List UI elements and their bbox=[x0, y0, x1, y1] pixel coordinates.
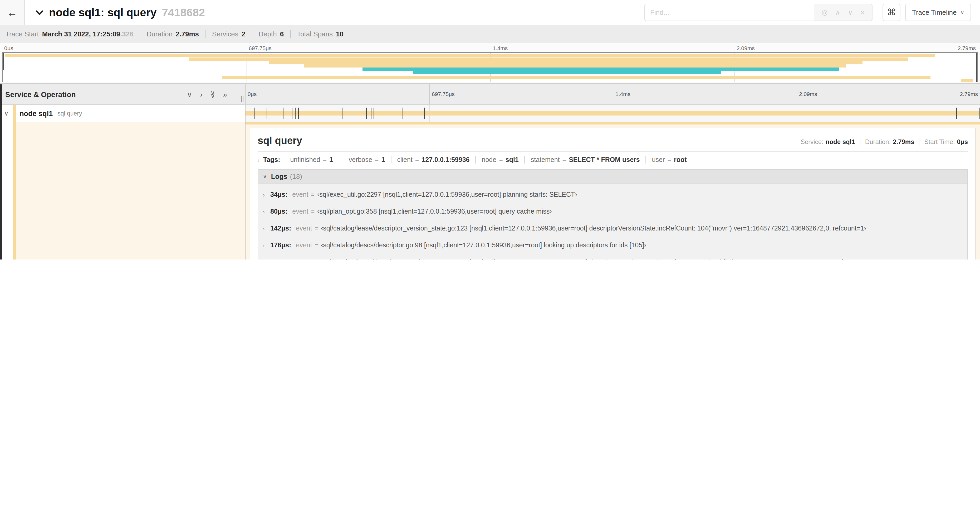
summary-separator bbox=[290, 30, 291, 38]
tag-equals: = bbox=[415, 156, 419, 163]
trace-summary-bar: Trace StartMarch 31 2022, 17:25:09.326Du… bbox=[0, 25, 980, 43]
log-field-key: event bbox=[292, 208, 308, 215]
tag-key: _unfinished bbox=[286, 156, 320, 163]
timeline-minimap: 0μs697.75μs1.4ms2.09ms2.79ms bbox=[0, 43, 980, 84]
trace-collapse-chevron-icon[interactable] bbox=[35, 10, 44, 15]
minimap-span-bar bbox=[189, 57, 908, 61]
expand-all-icon[interactable]: » bbox=[223, 90, 227, 98]
span-operation-name: sql query bbox=[57, 110, 82, 117]
detail-header: sql query Service: node sql1 Duration: 2… bbox=[258, 128, 968, 152]
timeline-ruler: 0μs697.75μs1.4ms2.09ms2.79ms bbox=[245, 84, 980, 104]
log-expand-chevron-icon[interactable]: › bbox=[263, 192, 270, 198]
duration-label: Duration: bbox=[865, 138, 891, 145]
summary-item: Services2 bbox=[212, 30, 245, 38]
next-match-icon[interactable]: ∨ bbox=[848, 8, 853, 16]
minimap-span-bar bbox=[961, 79, 972, 82]
tags-expand-chevron-icon[interactable]: › bbox=[258, 157, 259, 163]
collapse-one-icon[interactable]: ∨ bbox=[187, 90, 192, 98]
log-entry[interactable]: ›80μs:event=‹sql/plan_opt.go:358 [nsql1,… bbox=[258, 203, 967, 220]
log-field-value: ‹sql/catalog/descs/descriptor.go:98 [nsq… bbox=[321, 241, 646, 249]
timeline-header-row: Service & Operation ∨ › ∨∨ » 0μs697.75μs… bbox=[0, 84, 980, 105]
log-field-value: ‹sql/plan_opt.go:358 [nsql1,client=127.0… bbox=[317, 208, 552, 215]
log-entry[interactable]: ›34μs:event=‹sql/exec_util.go:2297 [nsql… bbox=[258, 186, 967, 203]
tick-label: 0μs bbox=[248, 91, 256, 97]
view-selector-button[interactable]: Trace Timeline ∨ bbox=[905, 4, 971, 21]
clear-search-icon[interactable]: × bbox=[861, 8, 864, 16]
tick-label: 2.09ms bbox=[799, 91, 817, 97]
log-expand-chevron-icon[interactable]: › bbox=[263, 225, 270, 231]
ruler-gridline bbox=[796, 84, 797, 104]
span-row[interactable]: ∨ node sql1 sql query bbox=[0, 105, 980, 122]
span-collapse-chevron-icon[interactable]: ∨ bbox=[4, 110, 8, 117]
summary-label: Trace Start bbox=[5, 30, 39, 38]
tick-label: 1.4ms bbox=[616, 91, 630, 97]
log-marker bbox=[267, 108, 267, 119]
find-input[interactable] bbox=[645, 4, 814, 21]
back-arrow-icon: ← bbox=[7, 6, 18, 19]
start-time-value: 0μs bbox=[957, 138, 968, 145]
log-entry[interactable]: ›142μs:event=‹sql/catalog/lease/descript… bbox=[258, 220, 967, 237]
duration-value: 2.79ms bbox=[893, 138, 914, 145]
summary-item: Trace StartMarch 31 2022, 17:25:09.326 bbox=[5, 30, 134, 38]
left-scrollbar[interactable] bbox=[0, 85, 2, 260]
column-resize-handle[interactable] bbox=[241, 96, 243, 102]
tick-label: 2.09ms bbox=[737, 45, 755, 51]
start-time-label: Start Time: bbox=[924, 138, 955, 145]
summary-items: Trace StartMarch 31 2022, 17:25:09.326Du… bbox=[5, 30, 344, 38]
span-duration-bar[interactable] bbox=[245, 111, 980, 115]
log-marker bbox=[424, 108, 425, 119]
log-field-equals: = bbox=[315, 242, 318, 248]
tag-separator bbox=[525, 156, 525, 163]
span-row-bar-cell[interactable] bbox=[245, 105, 980, 122]
log-marker bbox=[371, 108, 371, 119]
log-entry[interactable]: ›189μs:event=‹sql/catalog/lease/descript… bbox=[258, 254, 967, 260]
summary-value: March 31 2022, 17:25:09 bbox=[42, 30, 120, 38]
detail-header-info: Service: node sql1 Duration: 2.79ms Star… bbox=[800, 138, 968, 145]
expand-one-icon[interactable]: › bbox=[200, 90, 202, 98]
log-marker bbox=[366, 108, 367, 119]
log-marker bbox=[374, 108, 374, 119]
log-field-key: event bbox=[296, 241, 312, 249]
span-row-name-cell[interactable]: ∨ node sql1 sql query bbox=[0, 105, 245, 122]
service-value: node sql1 bbox=[826, 138, 855, 145]
minimap-tick-labels: 0μs697.75μs1.4ms2.09ms2.79ms bbox=[2, 43, 978, 52]
view-selector-label: Trace Timeline bbox=[912, 8, 957, 16]
detail-span-color-strip bbox=[245, 122, 980, 125]
tag-value: root bbox=[674, 156, 687, 163]
log-marker bbox=[980, 108, 980, 119]
log-marker bbox=[403, 108, 403, 119]
tags-row[interactable]: › Tags: _unfinished=1_verbose=1client=12… bbox=[258, 152, 968, 168]
prev-match-icon[interactable]: ∧ bbox=[835, 8, 840, 16]
left-gutter bbox=[2, 122, 13, 260]
log-field-equals: = bbox=[311, 192, 315, 198]
tick-label: 2.79ms bbox=[960, 91, 978, 97]
minimap-span-bar bbox=[5, 54, 934, 57]
tag-equals: = bbox=[562, 156, 566, 163]
log-field-key: event bbox=[292, 191, 308, 198]
keyboard-shortcuts-button[interactable]: ⌘ bbox=[883, 4, 900, 21]
tick-label: 697.75μs bbox=[249, 45, 272, 51]
tag-equals: = bbox=[667, 156, 671, 163]
log-marker bbox=[299, 108, 299, 119]
minimap-span-bar bbox=[304, 64, 846, 67]
page-title: node sql1: sql query bbox=[49, 6, 156, 19]
logs-header[interactable]: ∨ Logs (18) bbox=[258, 170, 967, 184]
top-bar: ← node sql1: sql query 7418682 ◎ ∧ ∨ × ⌘… bbox=[0, 0, 980, 25]
chevron-down-icon: ∨ bbox=[961, 10, 964, 15]
log-entry[interactable]: ›176μs:event=‹sql/catalog/descs/descript… bbox=[258, 237, 967, 254]
tag-value: 1 bbox=[381, 156, 385, 163]
range-left-handle[interactable] bbox=[3, 53, 4, 70]
minimap-canvas[interactable] bbox=[2, 52, 978, 82]
range-right-handle[interactable] bbox=[976, 53, 977, 82]
logs-collapse-chevron-icon[interactable]: ∨ bbox=[263, 174, 267, 179]
minimap-span-bar bbox=[362, 67, 839, 71]
log-marker bbox=[378, 108, 378, 119]
log-expand-chevron-icon[interactable]: › bbox=[263, 242, 270, 248]
locate-icon[interactable]: ◎ bbox=[822, 8, 828, 16]
collapse-all-icon[interactable]: ∨∨ bbox=[210, 91, 215, 97]
log-expand-chevron-icon[interactable]: › bbox=[263, 259, 270, 260]
log-expand-chevron-icon[interactable]: › bbox=[263, 209, 270, 214]
tag-separator bbox=[476, 156, 476, 163]
back-button[interactable]: ← bbox=[0, 0, 25, 25]
left-column-detail-gutter bbox=[0, 122, 245, 260]
